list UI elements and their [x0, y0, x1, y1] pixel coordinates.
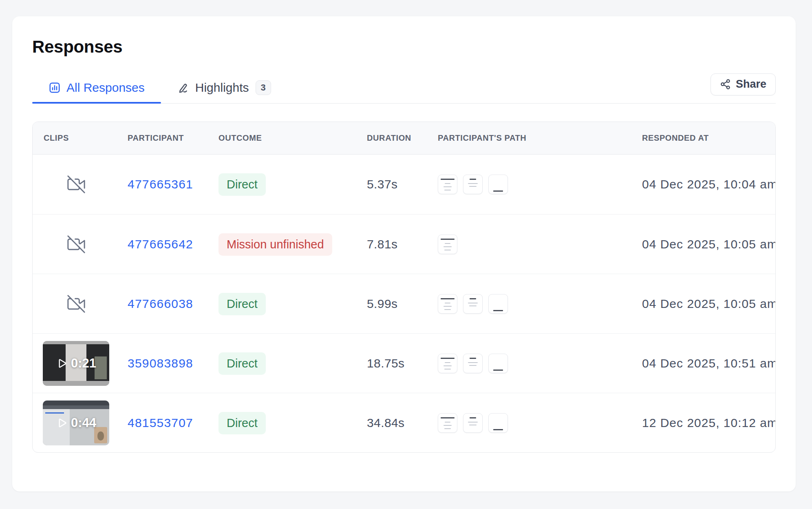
responses-card: Responses All Responses Highlights 3 Sha… — [12, 16, 796, 491]
path-screen-thumbnail[interactable] — [463, 413, 483, 433]
column-header-duration: DURATION — [367, 133, 438, 143]
participant-path — [438, 235, 642, 254]
duration-value: 7.81s — [367, 237, 438, 251]
path-screen-thumbnail[interactable] — [438, 354, 457, 373]
tab-highlights-label: Highlights — [195, 81, 249, 95]
participant-path — [438, 354, 642, 373]
participant-cell: 477666038 — [128, 297, 218, 311]
tabs-bar: All Responses Highlights 3 Share — [32, 72, 776, 104]
highlights-count-badge: 3 — [256, 80, 271, 95]
page-title: Responses — [32, 16, 776, 57]
share-icon — [720, 79, 731, 90]
column-header-responded-at: RESPONDED AT — [642, 133, 776, 143]
path-screen-thumbnail[interactable] — [488, 294, 508, 314]
clip-duration: 0:44 — [71, 416, 96, 430]
clips-cell: 0:21 — [33, 341, 128, 386]
outcome-cell: Direct — [218, 352, 367, 375]
outcome-badge: Direct — [218, 293, 266, 315]
outcome-badge: Direct — [218, 173, 266, 196]
participant-cell: 359083898 — [128, 356, 218, 370]
table-row: 0:21 359083898 Direct 18.75s 04 Dec 2025… — [33, 333, 775, 393]
responded-at-value: 12 Dec 2025, 10:12 am — [642, 393, 776, 453]
responded-at-value: 04 Dec 2025, 10:05 am — [642, 274, 776, 334]
video-off-icon — [67, 295, 85, 313]
path-screen-thumbnail[interactable] — [463, 175, 483, 194]
column-header-clips: CLIPS — [33, 133, 128, 143]
responses-table: CLIPS PARTICIPANT OUTCOME DURATION PARTI… — [32, 122, 776, 453]
clips-cell: 0:44 — [33, 401, 128, 445]
tab-highlights[interactable]: Highlights 3 — [161, 72, 287, 103]
participant-link[interactable]: 477665361 — [128, 177, 193, 191]
tab-all-responses-label: All Responses — [66, 81, 145, 95]
video-off-icon — [67, 235, 85, 253]
responded-at-cell: 04 Dec 2025, 10:04 am — [642, 155, 776, 214]
outcome-badge: Mission unfinished — [218, 233, 332, 256]
table-row: 477665642 Mission unfinished 7.81s 04 De… — [33, 214, 775, 274]
clip-thumbnail[interactable]: 0:44 — [43, 401, 109, 445]
table-row: 477665361 Direct 5.37s 04 Dec 2025, 10:0… — [33, 155, 775, 214]
no-clip-indicator — [43, 295, 109, 313]
duration-value: 18.75s — [367, 356, 438, 370]
responded-at-cell: 04 Dec 2025, 10:51 am — [642, 334, 776, 393]
play-icon — [56, 417, 68, 429]
responded-at-cell: 12 Dec 2025, 10:12 am — [642, 393, 776, 453]
table-row: 477666038 Direct 5.99s 04 Dec 2025, 10:0… — [33, 274, 775, 333]
duration-value: 5.99s — [367, 297, 438, 311]
outcome-cell: Direct — [218, 173, 367, 196]
bar-chart-icon — [49, 82, 61, 94]
column-header-participant: PARTICIPANT — [128, 133, 218, 143]
participant-cell: 481553707 — [128, 416, 218, 430]
outcome-badge: Direct — [218, 412, 266, 434]
share-button[interactable]: Share — [710, 73, 776, 95]
path-screen-thumbnail[interactable] — [438, 235, 457, 254]
column-header-outcome: OUTCOME — [218, 133, 367, 143]
participant-cell: 477665361 — [128, 177, 218, 191]
clips-cell — [33, 295, 128, 313]
highlighter-icon — [177, 82, 190, 94]
responded-at-value: 04 Dec 2025, 10:51 am — [642, 334, 776, 393]
outcome-cell: Direct — [218, 293, 367, 315]
path-screen-thumbnail[interactable] — [438, 294, 457, 314]
clips-cell — [33, 235, 128, 253]
table-body: 477665361 Direct 5.37s 04 Dec 2025, 10:0… — [33, 155, 775, 452]
video-off-icon — [67, 175, 85, 193]
share-button-label: Share — [736, 78, 766, 91]
no-clip-indicator — [43, 175, 109, 193]
path-screen-thumbnail[interactable] — [463, 294, 483, 314]
table-row: 0:44 481553707 Direct 34.84s 12 Dec 2025… — [33, 393, 775, 452]
outcome-cell: Mission unfinished — [218, 233, 367, 256]
column-header-path: PARTICIPANT'S PATH — [438, 133, 642, 143]
path-screen-thumbnail[interactable] — [488, 354, 508, 373]
clip-duration: 0:21 — [71, 356, 96, 371]
table-header-row: CLIPS PARTICIPANT OUTCOME DURATION PARTI… — [33, 122, 775, 155]
path-screen-thumbnail[interactable] — [463, 354, 483, 373]
responded-at-value: 04 Dec 2025, 10:04 am — [642, 155, 776, 214]
path-screen-thumbnail[interactable] — [438, 413, 457, 433]
participant-link[interactable]: 481553707 — [128, 416, 193, 430]
participant-path — [438, 175, 642, 194]
path-screen-thumbnail[interactable] — [488, 175, 508, 194]
participant-cell: 477665642 — [128, 237, 218, 251]
participant-link[interactable]: 477666038 — [128, 297, 193, 311]
path-screen-thumbnail[interactable] — [438, 175, 457, 194]
participant-path — [438, 294, 642, 314]
duration-value: 5.37s — [367, 177, 438, 191]
outcome-badge: Direct — [218, 352, 266, 375]
participant-link[interactable]: 477665642 — [128, 237, 193, 251]
responded-at-cell: 04 Dec 2025, 10:05 am — [642, 274, 776, 334]
path-screen-thumbnail[interactable] — [488, 413, 508, 433]
tab-all-responses[interactable]: All Responses — [32, 72, 161, 103]
responded-at-value: 04 Dec 2025, 10:05 am — [642, 215, 776, 274]
clip-thumbnail[interactable]: 0:21 — [43, 341, 109, 386]
duration-value: 34.84s — [367, 416, 438, 430]
clips-cell — [33, 175, 128, 193]
participant-path — [438, 413, 642, 433]
participant-link[interactable]: 359083898 — [128, 356, 193, 370]
responded-at-cell: 04 Dec 2025, 10:05 am — [642, 215, 776, 274]
play-icon — [56, 357, 68, 370]
outcome-cell: Direct — [218, 412, 367, 434]
no-clip-indicator — [43, 235, 109, 253]
